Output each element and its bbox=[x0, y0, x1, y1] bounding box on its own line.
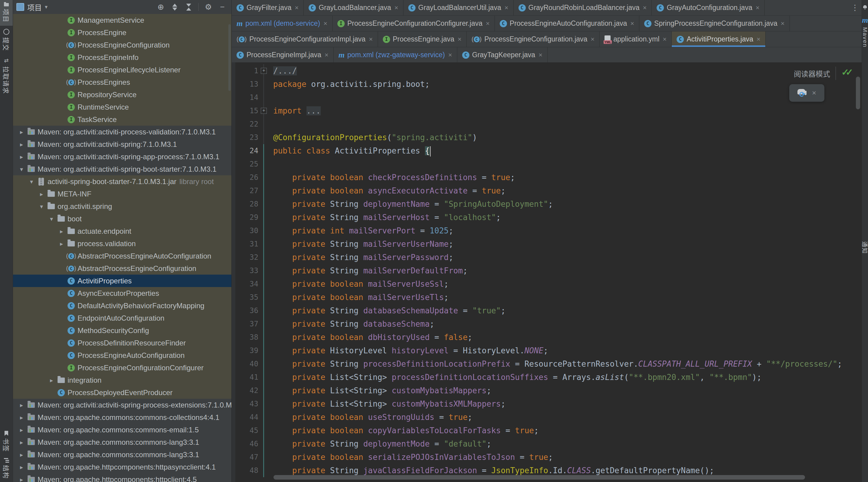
close-icon[interactable]: × bbox=[591, 35, 594, 43]
tool-window-button-结构[interactable]: 结构 bbox=[0, 455, 13, 482]
code-line[interactable]: 30 private int mailServerPort = 1025; bbox=[235, 224, 862, 237]
editor-tab[interactable]: CSpringProcessEngineConfiguration.java× bbox=[639, 16, 789, 31]
code-line[interactable]: 45 private boolean copyVariablesToLocalF… bbox=[235, 424, 862, 437]
chevron-right-icon[interactable]: ▸ bbox=[37, 190, 46, 198]
editor-tab[interactable]: IProcessEngineConfigurationConfigurer.ja… bbox=[333, 16, 495, 31]
tree-row[interactable]: ▸Maven: org.apache.commons:commons-lang3… bbox=[13, 436, 231, 448]
close-icon[interactable]: × bbox=[486, 20, 490, 28]
editor-tab[interactable]: CGrayRoundRobinLoadBalancer.java× bbox=[514, 0, 652, 15]
code-line[interactable]: 39 private HistoryLevel historyLevel = H… bbox=[235, 344, 862, 357]
tree-row[interactable]: ▸process.validation bbox=[13, 237, 231, 250]
close-icon[interactable]: × bbox=[812, 89, 816, 97]
chevron-right-icon[interactable]: ▸ bbox=[57, 240, 66, 247]
code-line[interactable]: 46 private String deploymentMode = "defa… bbox=[235, 437, 862, 451]
code-line[interactable]: 14 bbox=[235, 91, 862, 104]
tree-row[interactable]: CAsyncExecutorProperties bbox=[13, 287, 231, 299]
chevron-right-icon[interactable]: ▸ bbox=[17, 451, 26, 458]
tree-row[interactable]: IProcessEngineLifecycleListener bbox=[13, 64, 231, 76]
tool-window-button-项目[interactable]: 项目 bbox=[0, 0, 13, 26]
editor-horizontal-scrollbar[interactable] bbox=[274, 475, 805, 480]
code-line[interactable]: 38 private boolean dbHistoryUsed = false… bbox=[235, 331, 862, 344]
tree-row[interactable]: IProcessEngineInfo bbox=[13, 51, 231, 64]
code-line[interactable]: 25 bbox=[235, 157, 862, 171]
code-line[interactable]: 15+import ... bbox=[235, 104, 862, 118]
code-line[interactable]: 40 private String processDefinitionLocat… bbox=[235, 357, 862, 371]
tree-row[interactable]: ▸Maven: org.activiti:activiti-process-va… bbox=[13, 126, 231, 138]
code-line[interactable]: 32 private String mailServerPassword; bbox=[235, 251, 862, 264]
tree-row[interactable]: CProcessDefinitionResourceFinder bbox=[13, 337, 231, 349]
editor-tab[interactable]: CActivitiProperties.java× bbox=[672, 31, 766, 47]
tree-row[interactable]: ▸Maven: org.activiti:activiti-spring-pro… bbox=[13, 399, 231, 411]
code-line[interactable]: 37 private String databaseSchema; bbox=[235, 317, 862, 331]
tree-row[interactable]: (C)AbstractProcessEngineAutoConfiguratio… bbox=[13, 250, 231, 262]
project-panel-title[interactable]: 项目 bbox=[27, 2, 42, 12]
close-icon[interactable]: × bbox=[369, 35, 373, 43]
tool-window-button-Maven[interactable]: mMaven bbox=[862, 13, 868, 51]
close-icon[interactable]: × bbox=[295, 4, 299, 12]
chevron-right-icon[interactable]: ▸ bbox=[57, 228, 66, 235]
tool-window-button-书签[interactable]: 书签 bbox=[0, 428, 13, 455]
code-line[interactable]: 27 private boolean asyncExecutorActivate… bbox=[235, 184, 862, 197]
hide-panel-icon[interactable]: − bbox=[217, 3, 228, 11]
chevron-down-icon[interactable]: ▾ bbox=[17, 166, 26, 173]
close-icon[interactable]: × bbox=[323, 20, 328, 28]
tree-row[interactable]: CDefaultActivityBehaviorFactoryMapping bbox=[13, 299, 231, 312]
tree-row[interactable]: ▸META-INF bbox=[13, 188, 231, 200]
code-line[interactable]: 36 private String databaseSchemaUpdate =… bbox=[235, 304, 862, 317]
tree-row[interactable]: ▸Maven: org.apache.commons:commons-lang3… bbox=[13, 448, 231, 461]
code-line[interactable]: 41 private List<String> processDefinitio… bbox=[235, 371, 862, 384]
tree-row[interactable]: ▸integration bbox=[13, 374, 231, 386]
tool-window-button-拉取请求[interactable]: ⇄拉取请求 bbox=[0, 54, 13, 97]
code-line[interactable]: 28 private String deploymentName = "Spri… bbox=[235, 197, 862, 211]
close-icon[interactable]: × bbox=[448, 51, 452, 59]
tree-row[interactable]: (C)ProcessEngines bbox=[13, 76, 231, 88]
tree-row[interactable]: ITaskService bbox=[13, 113, 231, 126]
tool-window-button-bell-icon[interactable] bbox=[862, 0, 868, 13]
inspections-ok-icon[interactable]: ✓✓ bbox=[841, 68, 855, 78]
editor-tab[interactable]: CGrayTagKeeper.java× bbox=[457, 47, 548, 63]
collapse-all-icon[interactable] bbox=[183, 4, 194, 10]
chevron-right-icon[interactable]: ▸ bbox=[17, 414, 26, 421]
tree-row[interactable]: ▾activiti-spring-boot-starter-7.1.0.M3.1… bbox=[13, 175, 231, 188]
chevron-right-icon[interactable]: ▸ bbox=[17, 439, 26, 446]
code-line[interactable]: 13package org.activiti.spring.boot; bbox=[235, 77, 862, 91]
tree-row[interactable]: IProcessEngine bbox=[13, 26, 231, 39]
more-tabs-icon[interactable]: ⋮ bbox=[851, 3, 859, 12]
editor-tab[interactable]: YMLapplication.yml× bbox=[600, 31, 672, 47]
reload-changes-icon[interactable]: ⟳ bbox=[798, 89, 808, 97]
editor-tab[interactable]: CProcessEngineImpl.java× bbox=[232, 47, 334, 63]
chevron-right-icon[interactable]: ▸ bbox=[17, 153, 26, 160]
editor-tab[interactable]: IProcessEngine.java× bbox=[378, 31, 467, 47]
close-icon[interactable]: × bbox=[663, 35, 666, 43]
editor-tab[interactable]: CProcessEngineAutoConfiguration.java× bbox=[495, 16, 639, 31]
code-line[interactable]: 44 private boolean useStrongUuids = true… bbox=[235, 411, 862, 424]
tree-row[interactable]: ▸Maven: org.apache.httpcomponents:httpcl… bbox=[13, 473, 231, 482]
tree-row[interactable]: ▸Maven: org.activiti:activiti-spring:7.1… bbox=[13, 138, 231, 151]
chevron-right-icon[interactable]: ▸ bbox=[17, 426, 26, 433]
editor-tab[interactable]: mpom.xml (demo-service)× bbox=[232, 16, 333, 31]
code-line[interactable]: 35 private boolean mailServerUseTls; bbox=[235, 291, 862, 304]
tree-row[interactable]: ▾boot bbox=[13, 213, 231, 225]
editor-tab[interactable]: CGrayLoadBalancerUtil.java× bbox=[403, 0, 513, 15]
chevron-right-icon[interactable]: ▸ bbox=[17, 128, 26, 136]
tree-row[interactable]: IProcessEngineConfigurationConfigurer bbox=[13, 361, 231, 374]
locate-icon[interactable]: ⊕ bbox=[155, 3, 166, 11]
reader-mode-button[interactable]: 阅读器模式 bbox=[794, 68, 830, 79]
tree-row[interactable]: ▸actuate.endpoint bbox=[13, 225, 231, 237]
tree-row[interactable]: IRepositoryService bbox=[13, 88, 231, 101]
editor-tab[interactable]: CGrayLoadBalancer.java× bbox=[304, 0, 403, 15]
code-line[interactable]: 43 private List<String> customMybatisXML… bbox=[235, 397, 862, 411]
code-line[interactable]: 29 private String mailServerHost = "loca… bbox=[235, 211, 862, 224]
tree-row[interactable]: CActivitiProperties bbox=[13, 275, 231, 287]
fold-marker-icon[interactable]: + bbox=[261, 108, 267, 114]
close-icon[interactable]: × bbox=[630, 20, 634, 28]
editor-tab[interactable]: mpom.xml (zwz-gateway-service)× bbox=[334, 47, 457, 63]
chevron-right-icon[interactable]: ▸ bbox=[47, 377, 56, 384]
code-line[interactable]: 22 bbox=[235, 118, 862, 131]
tree-row[interactable]: ▸Maven: org.activiti:activiti-spring-app… bbox=[13, 151, 231, 163]
code-editor[interactable]: 1+/.../13package org.activiti.spring.boo… bbox=[232, 62, 862, 482]
chevron-down-icon[interactable]: ▾ bbox=[47, 215, 56, 223]
editor-tab[interactable]: (C)ProcessEngineConfiguration.java× bbox=[467, 31, 600, 47]
close-icon[interactable]: × bbox=[756, 4, 760, 12]
tree-row[interactable]: ▾org.activiti.spring bbox=[13, 200, 231, 213]
